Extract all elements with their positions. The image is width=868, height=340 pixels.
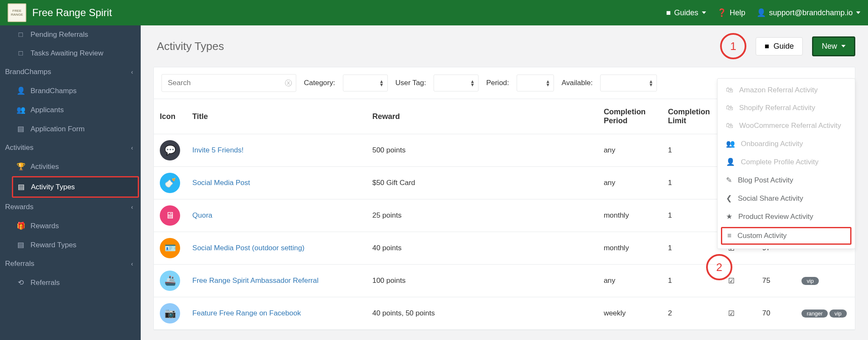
dropdown-item[interactable]: ✎Blog Post Activity [718,171,855,189]
activity-icon: 💬 [160,140,180,160]
sidebar-group[interactable]: Rewards‹ [0,198,141,216]
dropdown-item: 👤Complete Profile Activity [718,153,855,171]
dropdown-label: Blog Post Activity [738,176,793,185]
sidebar-item[interactable]: ▤Application Form [0,119,141,138]
th-limit[interactable]: Completion Limit [662,99,722,134]
dropdown-item[interactable]: ★Product Review Activity [718,207,855,226]
activity-title-link[interactable]: Free Range Spirit Ambassador Referral [192,276,319,285]
chevron-down-icon [702,11,706,14]
dropdown-icon: 🛍 [726,104,733,112]
annotation-2: 2 [706,254,732,280]
reward-cell: 100 points [366,265,598,297]
activity-icon: 🖥 [160,205,180,226]
dropdown-label: Complete Profile Activity [741,158,818,166]
period-cell: any [598,134,662,167]
th-reward[interactable]: Reward [366,99,598,134]
sidebar-item-label: Applicants [31,106,64,114]
sidebar-icon: □ [17,30,25,39]
reward-cell: 500 points [366,134,598,167]
sidebar-item[interactable]: □Pending Referrals [0,25,141,44]
th-period[interactable]: Completion Period [598,99,662,134]
table-row[interactable]: 🚢 Free Range Spirit Ambassador Referral … [154,265,855,297]
check-icon: ☑ [728,310,734,318]
sidebar-icon: 🏆 [17,162,25,171]
period-cell: monthly [598,199,662,232]
period-label: Period: [486,79,509,87]
video-icon: ■ [666,8,671,17]
dropdown-icon: ≡ [727,232,732,240]
sidebar-icon: 👥 [17,105,25,114]
count-cell: 70 [756,297,795,330]
sidebar-group-label: BrandChamps [5,68,51,76]
sidebar-item[interactable]: 🏆Activities [0,157,141,176]
guide-label: Guide [773,42,794,51]
activity-icon: 🪪 [160,238,180,258]
guides-menu[interactable]: ■ Guides [666,8,706,17]
period-select[interactable]: ▲▼ [517,75,554,91]
main-content: Activity Types 1 ■ Guide New ⓧ Categ [141,25,868,340]
activity-icon: 🍼 [160,173,180,193]
sidebar-icon: 👤 [17,86,25,95]
available-select[interactable]: ▲▼ [600,75,657,91]
dropdown-item[interactable]: ≡Custom Activity [721,227,851,245]
sidebar-group[interactable]: Activities‹ [0,138,141,157]
sidebar-group[interactable]: Referrals‹ [0,254,141,273]
sidebar-icon: ▤ [17,182,25,191]
chevron-down-icon [841,45,846,47]
sidebar-group[interactable]: BrandChamps‹ [0,63,141,81]
help-link[interactable]: ❓ Help [717,8,746,17]
sidebar-item[interactable]: ▤Activity Types [13,177,138,196]
chevron-down-icon [856,11,860,14]
sidebar-item[interactable]: □Tasks Awaiting Review [0,44,141,63]
clear-icon[interactable]: ⓧ [285,78,292,88]
table-row[interactable]: 📷 Feature Free Range on Facebook 40 poin… [154,297,855,330]
sidebar-item[interactable]: 🎁Rewards [0,216,141,235]
sidebar-item[interactable]: ▤Reward Types [0,235,141,254]
sidebar-group-label: Referrals [5,260,34,268]
brand-logo-icon: FREERANGE [8,3,26,22]
user-icon: 👤 [757,8,766,17]
new-dropdown: 🛍Amazon Referral Activity🛍Shopify Referr… [717,78,855,249]
count-cell: 75 [756,265,795,297]
user-label: support@brandchamp.io [769,8,853,17]
sidebar-item-label: Activity Types [31,183,75,191]
user-menu[interactable]: 👤 support@brandchamp.io [757,8,860,17]
new-button[interactable]: New [812,36,855,56]
th-title[interactable]: Title [186,99,367,134]
tags-cell: vip [795,265,855,297]
th-icon[interactable]: Icon [154,99,186,134]
sidebar-item[interactable]: 👤BrandChamps [0,81,141,100]
category-select[interactable]: ▲▼ [343,75,388,91]
user-tag-select[interactable]: ▲▼ [434,75,479,91]
sidebar-item[interactable]: 👥Applicants [0,100,141,119]
sidebar-group-label: Activities [5,144,33,152]
sidebar-item[interactable]: ⟲Referrals [0,273,141,292]
tags-cell: rangervip [795,297,855,330]
activity-title-link[interactable]: Quora [192,211,212,219]
dropdown-label: Product Review Activity [738,213,813,221]
reward-cell: $50 Gift Card [366,167,598,199]
activity-title-link[interactable]: Social Media Post (outdoor setting) [192,244,305,252]
tag-badge: ranger [801,310,828,318]
limit-cell: 1 [662,167,722,199]
chevron-left-icon: ‹ [131,260,133,267]
guide-button[interactable]: ■ Guide [756,37,803,55]
activity-icon: 🚢 [160,271,180,291]
dropdown-item[interactable]: ❮Social Share Activity [718,189,855,207]
sidebar-icon: ⟲ [17,278,25,287]
activity-title-link[interactable]: Invite 5 Friends! [192,146,244,154]
search-input[interactable] [161,74,296,92]
period-cell: monthly [598,232,662,265]
tag-badge: vip [801,277,819,285]
period-cell: any [598,167,662,199]
dropdown-icon: 👥 [726,139,735,148]
dropdown-icon: 👤 [726,158,735,166]
sidebar-icon: 🎁 [17,221,25,230]
activity-title-link[interactable]: Social Media Post [192,179,250,187]
sidebar-item-label: Reward Types [31,241,76,249]
dropdown-item: 👥Onboarding Activity [718,135,855,153]
sidebar-item-label: Tasks Awaiting Review [31,49,103,58]
limit-cell: 1 [662,134,722,167]
activity-title-link[interactable]: Feature Free Range on Facebook [192,309,301,317]
reward-cell: 40 points, 50 points [366,297,598,330]
